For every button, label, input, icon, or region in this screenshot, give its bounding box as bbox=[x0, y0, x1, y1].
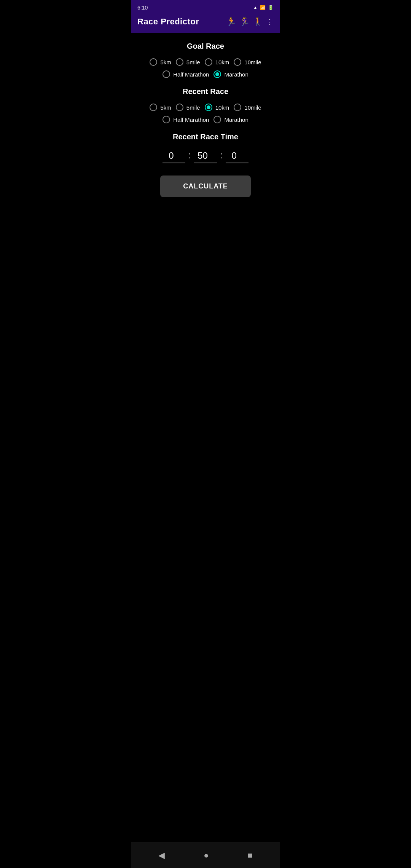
recent-marathon-label: Marathon bbox=[224, 116, 248, 123]
recent-10mile-label: 10mile bbox=[244, 104, 261, 111]
runner2-icon[interactable]: 🏃‍♀️ bbox=[239, 17, 250, 27]
goal-5mile-radio[interactable] bbox=[176, 58, 183, 66]
runner1-icon[interactable]: 🏃 bbox=[226, 17, 236, 27]
app-title: Race Predictor bbox=[137, 17, 199, 27]
recent-half-marathon[interactable]: Half Marathon bbox=[162, 116, 209, 123]
goal-half-marathon[interactable]: Half Marathon bbox=[162, 70, 209, 78]
wifi-icon: ▲ bbox=[253, 5, 258, 10]
status-bar: 6:10 ▲ 📶 🔋 bbox=[131, 0, 280, 14]
seconds-input[interactable] bbox=[226, 149, 249, 163]
recent-5km-label: 5km bbox=[160, 104, 171, 111]
recent-5km[interactable]: 5km bbox=[150, 104, 171, 111]
minutes-input[interactable] bbox=[194, 149, 217, 163]
recent-race-row2: Half Marathon Marathon bbox=[139, 116, 272, 123]
toolbar: Race Predictor 🏃 🏃‍♀️ 🚶 ⋮ bbox=[131, 14, 280, 33]
back-button[interactable]: ◀ bbox=[155, 847, 168, 863]
goal-5km-label: 5km bbox=[160, 59, 171, 65]
main-content: Goal Race 5km 5mile 10km 10mile Hal bbox=[131, 33, 280, 842]
goal-race-section: Goal Race 5km 5mile 10km 10mile Hal bbox=[139, 42, 272, 78]
signal-icon: 📶 bbox=[260, 5, 266, 10]
calculate-button[interactable]: CALCULATE bbox=[160, 176, 251, 197]
goal-race-title: Goal Race bbox=[139, 42, 272, 51]
recent-race-time-title: Recent Race Time bbox=[139, 132, 272, 141]
recent-5mile[interactable]: 5mile bbox=[176, 104, 200, 111]
goal-marathon-label: Marathon bbox=[224, 71, 248, 78]
hours-input[interactable] bbox=[162, 149, 185, 163]
recent-race-row1: 5km 5mile 10km 10mile bbox=[139, 104, 272, 111]
goal-half-marathon-label: Half Marathon bbox=[173, 71, 209, 78]
recent-10mile[interactable]: 10mile bbox=[234, 104, 261, 111]
recent-marathon[interactable]: Marathon bbox=[213, 116, 248, 123]
recents-button[interactable]: ■ bbox=[245, 847, 256, 863]
goal-10km[interactable]: 10km bbox=[205, 58, 229, 66]
recent-10km-label: 10km bbox=[215, 104, 229, 111]
recent-race-title: Recent Race bbox=[139, 87, 272, 96]
toolbar-right: 🏃 🏃‍♀️ 🚶 ⋮ bbox=[226, 17, 274, 27]
recent-5km-radio[interactable] bbox=[150, 104, 157, 111]
hours-field bbox=[162, 149, 185, 163]
goal-5mile[interactable]: 5mile bbox=[176, 58, 200, 66]
recent-10mile-radio[interactable] bbox=[234, 104, 241, 111]
goal-10mile-radio[interactable] bbox=[234, 58, 241, 66]
recent-race-section: Recent Race 5km 5mile 10km 10mile H bbox=[139, 87, 272, 123]
goal-5km[interactable]: 5km bbox=[150, 58, 171, 66]
goal-10mile[interactable]: 10mile bbox=[234, 58, 261, 66]
goal-10km-radio[interactable] bbox=[205, 58, 212, 66]
goal-5km-radio[interactable] bbox=[150, 58, 157, 66]
time-inputs: : : bbox=[139, 149, 272, 163]
recent-race-time-section: Recent Race Time : : bbox=[139, 132, 272, 163]
recent-half-marathon-label: Half Marathon bbox=[173, 116, 209, 123]
separator-2: : bbox=[220, 150, 223, 161]
goal-10km-label: 10km bbox=[215, 59, 229, 65]
status-time: 6:10 bbox=[137, 5, 148, 11]
goal-5mile-label: 5mile bbox=[186, 59, 200, 65]
goal-race-row1: 5km 5mile 10km 10mile bbox=[139, 58, 272, 66]
more-options-icon[interactable]: ⋮ bbox=[266, 17, 274, 26]
goal-marathon-radio[interactable] bbox=[213, 70, 221, 78]
goal-race-row2: Half Marathon Marathon bbox=[139, 70, 272, 78]
goal-half-marathon-radio[interactable] bbox=[162, 70, 170, 78]
goal-10mile-label: 10mile bbox=[244, 59, 261, 65]
recent-10km-radio[interactable] bbox=[205, 104, 212, 111]
status-icons: ▲ 📶 🔋 bbox=[253, 5, 274, 10]
home-button[interactable]: ● bbox=[201, 847, 212, 863]
recent-marathon-radio[interactable] bbox=[213, 116, 221, 123]
separator-1: : bbox=[188, 150, 191, 161]
recent-10km[interactable]: 10km bbox=[205, 104, 229, 111]
bottom-nav: ◀ ● ■ bbox=[131, 842, 280, 868]
recent-5mile-label: 5mile bbox=[186, 104, 200, 111]
recent-5mile-radio[interactable] bbox=[176, 104, 183, 111]
battery-icon: 🔋 bbox=[268, 5, 274, 10]
seconds-field bbox=[226, 149, 249, 163]
runner3-icon[interactable]: 🚶 bbox=[253, 17, 263, 27]
minutes-field bbox=[194, 149, 217, 163]
goal-marathon[interactable]: Marathon bbox=[213, 70, 248, 78]
recent-half-marathon-radio[interactable] bbox=[162, 116, 170, 123]
